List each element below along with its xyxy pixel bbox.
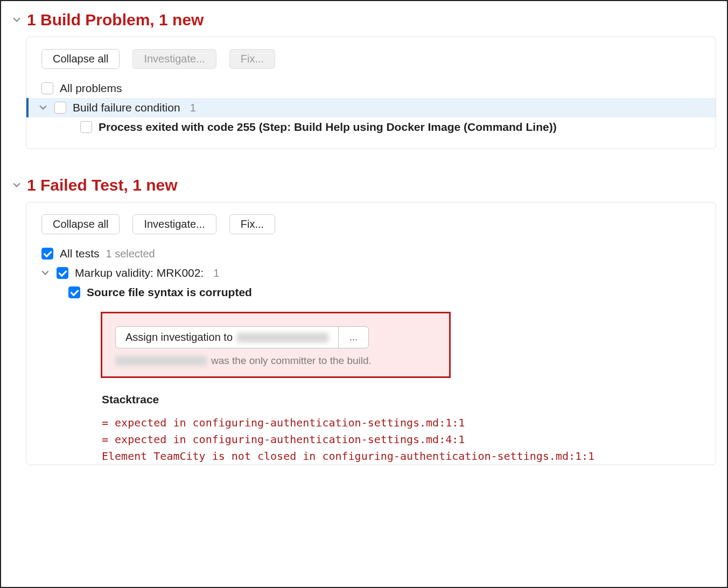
- redacted-user-name: [115, 356, 207, 366]
- redacted-user-name: [237, 333, 328, 342]
- test-group-label: Markup validity: MRK002:: [75, 267, 204, 279]
- all-tests-selected: 1 selected: [106, 248, 155, 260]
- test-group-checkbox[interactable]: [57, 267, 68, 279]
- all-problems-label: All problems: [60, 82, 122, 95]
- group-checkbox[interactable]: [54, 102, 66, 114]
- item-checkbox[interactable]: [80, 121, 92, 133]
- build-problems-panel: Collapse all Investigate... Fix... All p…: [26, 37, 716, 149]
- collapse-all-button[interactable]: Collapse all: [41, 214, 120, 234]
- assign-prefix: Assign investigation to: [125, 331, 233, 344]
- group-label: Build failure condition: [73, 101, 180, 114]
- assign-more-button[interactable]: ...: [338, 327, 368, 348]
- failed-tests-title: 1 Failed Test, 1 new: [27, 176, 178, 194]
- fix-button[interactable]: Fix...: [229, 214, 275, 234]
- assign-investigation-callout: Assign investigation to ... was the only…: [101, 312, 451, 378]
- test-group-count: 1: [213, 267, 219, 279]
- test-item-label: Source file syntax is corrupted: [87, 286, 252, 299]
- all-tests-label: All tests: [60, 247, 100, 260]
- assign-sub-text: was the only committer to the build.: [211, 355, 372, 367]
- stacktrace-heading: Stacktrace: [26, 383, 716, 411]
- assign-investigation-button[interactable]: Assign investigation to: [116, 327, 338, 348]
- collapse-all-button[interactable]: Collapse all: [41, 49, 120, 69]
- chevron-down-icon[interactable]: [12, 15, 22, 25]
- build-problems-title: 1 Build Problem, 1 new: [27, 11, 204, 29]
- investigate-button: Investigate...: [132, 49, 216, 69]
- group-count: 1: [190, 102, 196, 114]
- fix-button: Fix...: [229, 49, 275, 69]
- investigate-button[interactable]: Investigate...: [132, 214, 216, 234]
- build-problem-item: Process exited with code 255 (Step: Buil…: [99, 121, 557, 134]
- chevron-down-icon[interactable]: [40, 268, 50, 278]
- chevron-down-icon[interactable]: [38, 103, 48, 113]
- all-tests-checkbox[interactable]: [41, 248, 53, 260]
- stacktrace-content: = expected in configuring-authentication…: [26, 411, 716, 465]
- failed-tests-panel: Collapse all Investigate... Fix... All t…: [26, 202, 716, 465]
- all-problems-checkbox[interactable]: [41, 82, 53, 94]
- chevron-down-icon[interactable]: [12, 180, 22, 190]
- test-item-checkbox[interactable]: [68, 286, 80, 298]
